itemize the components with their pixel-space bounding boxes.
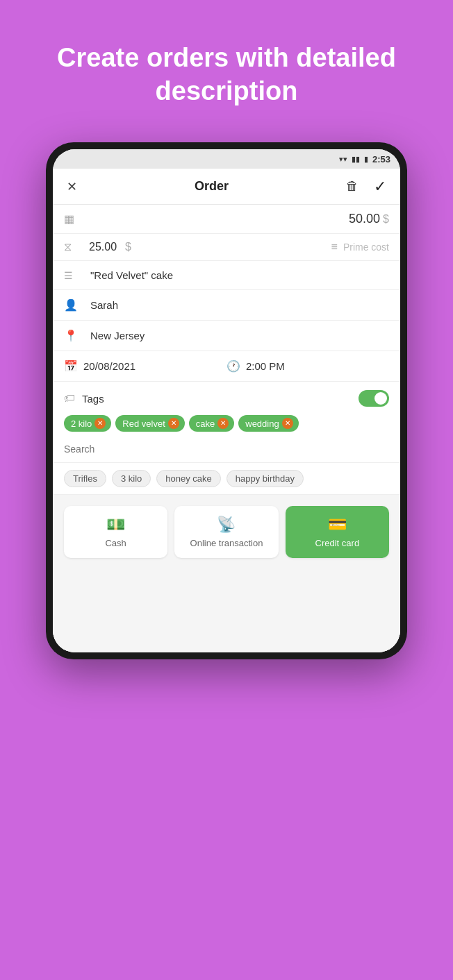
tag-icon: 🏷 [64,392,75,405]
close-button[interactable]: ✕ [64,176,80,197]
tag-remove-wedding[interactable]: ✕ [282,418,293,429]
online-icon: 📡 [217,516,236,534]
wifi-icon: ▾▾ [339,155,347,164]
location-field[interactable]: New Jersey [90,330,145,341]
cost-currency: $ [125,241,131,253]
prime-cost-label: Prime cost [343,242,389,253]
status-time: 2:53 [372,154,390,164]
tags-header: 🏷 Tags [53,382,400,412]
cost-amount[interactable]: 25.00 [89,241,117,253]
status-bar: ▾▾ ▮▮ ▮ 2:53 [53,149,400,169]
tag-remove-2kilo[interactable]: ✕ [94,418,106,429]
clock-icon: 🕐 [226,360,240,373]
datetime-row: 📅 20/08/2021 🕐 2:00 PM [53,351,400,382]
suggested-tag-happybirthday[interactable]: happy birthday [226,470,304,487]
person-icon: 👤 [64,298,83,312]
app-header: ✕ Order 🗑 ✓ [53,169,400,205]
time-section[interactable]: 🕐 2:00 PM [226,360,389,373]
bottom-space [53,569,400,652]
time-field[interactable]: 2:00 PM [246,360,285,372]
tag-search-row[interactable] [53,439,400,463]
hero-title: Create orders with detailed description [28,42,425,108]
location-row[interactable]: 📍 New Jersey [53,321,400,351]
client-field[interactable]: Sarah [90,299,118,311]
suggested-tags: Trifles 3 kilo honey cake happy birthday [53,463,400,495]
cost-right: ≡ Prime cost [331,241,389,253]
tag-label-redvelvet: Red velvet [122,419,165,429]
battery-icon: ▮ [364,155,368,164]
creditcard-icon: 💳 [328,516,347,534]
cost-left: ⧖ 25.00 $ [64,241,131,253]
confirm-button[interactable]: ✓ [371,175,389,198]
description-icon: ☰ [64,270,83,281]
tag-chip-cake[interactable]: cake ✕ [189,415,234,432]
phone-screen: ▾▾ ▮▮ ▮ 2:53 ✕ Order 🗑 ✓ ▦ 50.00 $ [53,149,400,652]
payment-cash-button[interactable]: 💵 Cash [64,506,167,558]
prime-cost-row: ⧖ 25.00 $ ≡ Prime cost [53,234,400,261]
hero-section: Create orders with detailed description [0,0,453,135]
description-field[interactable]: "Red Velvet" cake [90,269,173,281]
currency-symbol: $ [383,213,389,226]
signal-icon: ▮▮ [352,155,360,164]
payment-creditcard-button[interactable]: 💳 Credit card [286,506,389,558]
tag-chip-redvelvet[interactable]: Red velvet ✕ [115,415,184,432]
phone-device: ▾▾ ▮▮ ▮ 2:53 ✕ Order 🗑 ✓ ▦ 50.00 $ [46,142,407,659]
payment-section: 💵 Cash 📡 Online transaction 💳 Credit car… [53,495,400,569]
suggested-tag-honeycake[interactable]: honey cake [156,470,221,487]
calendar-icon: 📅 [64,360,78,373]
tag-remove-cake[interactable]: ✕ [217,418,229,429]
suggested-tag-3kilo[interactable]: 3 kilo [112,470,151,487]
payment-icon: ▦ [64,212,83,226]
order-amount[interactable]: 50.00 [349,212,380,226]
creditcard-label: Credit card [315,538,360,548]
date-section[interactable]: 📅 20/08/2021 [64,360,226,373]
lines-icon: ≡ [331,241,338,253]
tags-toggle[interactable] [359,390,389,407]
tag-label-2kilo: 2 kilo [71,419,92,429]
client-row[interactable]: 👤 Sarah [53,290,400,321]
amount-row: ▦ 50.00 $ [53,205,400,234]
online-label: Online transaction [190,538,263,548]
suggested-tag-trifles[interactable]: Trifles [64,470,106,487]
cash-label: Cash [105,538,126,548]
tag-label-cake: cake [196,419,215,429]
tag-remove-redvelvet[interactable]: ✕ [168,418,179,429]
cash-icon: 💵 [106,516,125,534]
payment-online-button[interactable]: 📡 Online transaction [174,506,278,558]
tag-chip-2kilo[interactable]: 2 kilo ✕ [64,415,111,432]
active-tags: 2 kilo ✕ Red velvet ✕ cake ✕ wedding ✕ [53,412,400,439]
location-icon: 📍 [64,329,83,342]
order-form: ▦ 50.00 $ ⧖ 25.00 $ ≡ Prime cost ☰ "Re [53,205,400,652]
tag-search-input[interactable] [64,443,389,455]
date-field[interactable]: 20/08/2021 [83,360,135,372]
hourglass-icon: ⧖ [64,241,83,253]
header-actions: 🗑 ✓ [343,175,389,198]
delete-button[interactable]: 🗑 [343,176,361,196]
tag-label-wedding: wedding [245,419,279,429]
tags-label: Tags [82,393,104,405]
page-title: Order [195,179,229,194]
description-row[interactable]: ☰ "Red Velvet" cake [53,261,400,290]
tag-chip-wedding[interactable]: wedding ✕ [238,415,298,432]
